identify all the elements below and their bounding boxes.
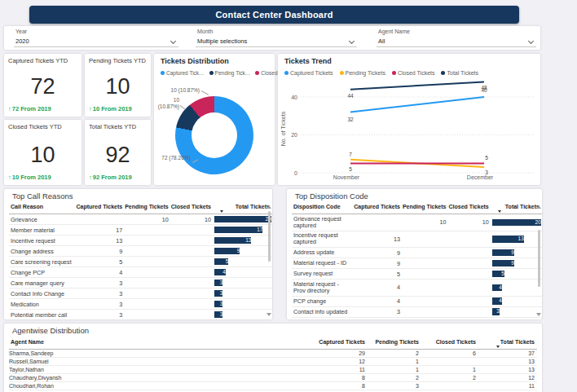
vertical-scrollbar[interactable]	[536, 205, 541, 316]
table-row[interactable]: Contact Info Change33	[9, 288, 272, 299]
row-value	[448, 258, 491, 269]
row-value: 10	[125, 214, 171, 225]
column-header[interactable]: Closed Tickets	[448, 202, 491, 214]
row-value	[125, 225, 171, 236]
year-filter-value[interactable]: 2020	[14, 37, 178, 47]
row-value	[171, 288, 214, 299]
data-label: 5	[349, 166, 352, 172]
table-row[interactable]: Survey request55	[292, 269, 542, 280]
table-row[interactable]: Address update99	[292, 248, 542, 258]
column-header[interactable]: Closed Tickets	[171, 202, 214, 214]
disposition-table: Disposition Code Captured Tickets Pendin…	[292, 202, 542, 319]
vertical-scrollbar[interactable]	[266, 205, 271, 316]
row-label: Survey request	[292, 269, 354, 280]
table-row[interactable]: Sharma,Sandeep292637	[9, 350, 537, 358]
row-value: 12	[478, 374, 537, 382]
legend-item[interactable]: Pending Tick…	[209, 70, 251, 76]
agent-filter-dropdown[interactable]: Agent Name All	[377, 29, 536, 47]
kpi-value: 72	[4, 74, 81, 99]
row-value	[171, 257, 214, 267]
row-value: 3	[354, 317, 403, 319]
table-row[interactable]: Material request - ID99	[292, 258, 542, 269]
data-label: 7	[349, 152, 352, 157]
total-tickets-bar: 13	[214, 237, 252, 244]
row-value: 9	[76, 246, 125, 257]
legend-item[interactable]: Captured Tick…	[161, 70, 205, 76]
table-row[interactable]: Taylor,Nathan111113	[9, 366, 537, 374]
column-header[interactable]: Agent Name	[9, 337, 302, 350]
row-label: Grievance request captured	[292, 214, 354, 231]
kpi-value: 10	[4, 143, 81, 168]
total-tickets-cell: 3	[491, 306, 542, 317]
table-row[interactable]: PCP change44	[292, 296, 542, 306]
column-header[interactable]: Total Tickets	[214, 202, 272, 214]
row-value: 3	[76, 288, 125, 299]
call-reasons-table: Call Reason Captured Tickets Pending Tic…	[9, 202, 272, 319]
table-row[interactable]: Medication33	[9, 299, 272, 310]
row-value	[448, 306, 491, 317]
kpi-change: ↑10 From 2019	[89, 105, 132, 112]
column-header[interactable]: Pending Tickets	[368, 337, 421, 350]
month-filter-dropdown[interactable]: Month Multiple selections	[196, 29, 357, 47]
up-arrow-icon: ↑	[8, 105, 11, 112]
column-header[interactable]: Pending Tickets	[125, 202, 171, 214]
sort-desc-icon[interactable]	[220, 210, 223, 213]
legend-dot	[255, 71, 259, 75]
agentwise-table: Agent Name Captured Tickets Pending Tick…	[9, 337, 537, 392]
scrollbar-thumb[interactable]	[538, 230, 540, 287]
scroll-down-icon[interactable]	[536, 313, 541, 316]
scroll-down-icon[interactable]	[266, 313, 271, 316]
column-header[interactable]: Total Tickets	[491, 202, 542, 214]
table-row[interactable]: Choudhari,Rohan8311	[9, 382, 537, 390]
table-row[interactable]: Grievance request captured101020	[292, 214, 542, 231]
table-row[interactable]: Change PCP44	[9, 267, 272, 278]
y-tick-label: 0	[294, 170, 297, 176]
sort-desc-icon[interactable]	[496, 346, 500, 348]
row-value: 13	[76, 236, 125, 246]
column-header[interactable]: Closed Tickets	[421, 337, 478, 350]
dashboard-title-bar: Contact Center Dashboard	[29, 6, 519, 24]
agent-filter-value[interactable]: All	[377, 37, 536, 47]
table-row[interactable]: Incentive request captured1313	[292, 231, 542, 248]
table-row[interactable]: Contact info updated33	[292, 306, 542, 317]
table-row[interactable]: Member material1717	[9, 225, 272, 236]
column-header[interactable]: Captured Tickets	[354, 202, 403, 214]
table-row[interactable]: Care manager query33	[9, 278, 272, 288]
table-row[interactable]: Potential member call33	[9, 310, 272, 320]
scrollbar-thumb[interactable]	[268, 211, 271, 262]
scroll-up-icon[interactable]	[536, 205, 541, 209]
column-header[interactable]: Captured Tickets	[302, 337, 368, 350]
row-value	[171, 246, 214, 257]
row-label: Sharma,Sandeep	[9, 350, 302, 358]
kpi-value: 92	[85, 143, 151, 168]
up-arrow-icon: ↑	[89, 174, 92, 181]
table-row[interactable]: Incentive request1313	[9, 236, 272, 246]
table-row[interactable]: Material request - handbook33	[292, 317, 542, 319]
table-row[interactable]: Care screening request55	[9, 257, 272, 267]
data-label: 5	[485, 155, 488, 161]
table-row[interactable]: Grievance101020	[9, 214, 272, 225]
total-tickets-cell: 17	[214, 225, 272, 236]
scroll-up-icon[interactable]	[266, 205, 271, 209]
total-tickets-bar: 4	[214, 269, 226, 276]
row-value	[448, 296, 491, 306]
column-header[interactable]: Pending Tickets	[403, 202, 449, 214]
row-value	[171, 236, 214, 246]
column-header[interactable]: Total Tickets	[478, 337, 537, 350]
row-value: 2	[368, 350, 421, 358]
table-row[interactable]: Chaudhary,Divyansh82212	[9, 374, 537, 382]
month-filter-value[interactable]: Multiple selections	[196, 37, 357, 47]
column-header[interactable]: Call Reason	[9, 202, 76, 214]
total-tickets-bar: 17	[214, 227, 263, 234]
column-header[interactable]: Disposition Code	[292, 202, 354, 214]
table-row[interactable]: Russell,Samuel12113	[9, 358, 537, 366]
column-header[interactable]: Captured Tickets	[76, 202, 125, 214]
table-row[interactable]: Material request - Prov directory44	[292, 280, 542, 297]
total-tickets-cell: 3	[214, 310, 272, 320]
row-value: 3	[76, 278, 125, 288]
row-value	[125, 236, 171, 246]
table-row[interactable]: Change address99	[9, 246, 272, 257]
year-filter-dropdown[interactable]: Year 2020	[14, 29, 178, 47]
sort-desc-icon[interactable]	[498, 210, 501, 213]
row-value: 2	[368, 374, 421, 382]
